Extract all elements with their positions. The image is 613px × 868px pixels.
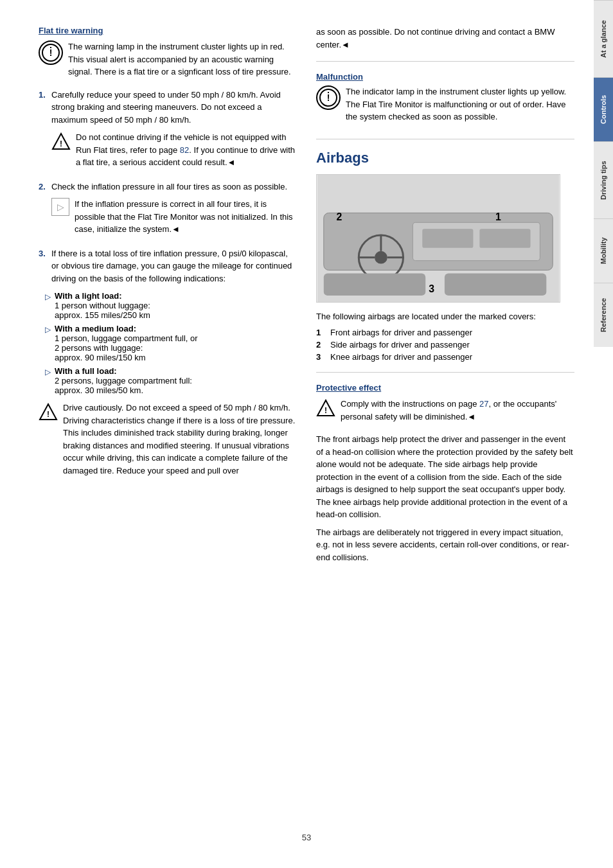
airbags-image: 1 2 3 (316, 174, 560, 303)
note-box-1: ▷ If the inflation pressure is correct i… (51, 198, 297, 241)
triangle-warning-icon-3: ! (316, 399, 335, 417)
left-column: Flat tire warning ! The warning lamp in … (39, 26, 297, 842)
bullet-arrow-3: ▷ (45, 368, 51, 376)
steps-list: 1. Carefully reduce your speed to under … (39, 89, 297, 285)
tab-reference[interactable]: Reference (594, 283, 613, 347)
note-text-1: If the inflation pressure is correct in … (75, 198, 297, 236)
step-3: 3. If there is a total loss of tire infl… (39, 247, 297, 285)
svg-rect-18 (422, 229, 473, 248)
bullet-medium-load: ▷ With a medium load: 1 person, luggage … (39, 324, 297, 362)
svg-text:!: ! (47, 410, 49, 419)
svg-rect-19 (479, 229, 530, 248)
bullet-medium-load-label: With a medium load: (55, 324, 136, 333)
svg-rect-21 (445, 273, 546, 296)
warning-text-1: Do not continue driving if the vehicle i… (76, 131, 297, 169)
tab-mobility[interactable]: Mobility (594, 218, 613, 283)
warning-box-1: ! Do not continue driving if the vehicle… (51, 131, 297, 174)
triangle-warning-icon-2: ! (39, 403, 58, 421)
flat-tire-icon-row: ! The warning lamp in the instrument clu… (39, 40, 297, 84)
triangle-warning-icon-1: ! (51, 132, 71, 150)
page-link-82[interactable]: 82 (180, 145, 189, 155)
protective-effect-para1: The front airbags help protect the drive… (316, 433, 574, 521)
tab-at-a-glance[interactable]: At a glance (594, 0, 613, 77)
bullet-arrow-2: ▷ (45, 325, 51, 334)
divider-1 (316, 61, 574, 62)
warning-box-2: ! Drive cautiously. Do not exceed a spee… (39, 402, 297, 482)
protective-effect-para2: The airbags are deliberately not trigger… (316, 526, 574, 564)
airbag-item-1: 1 Front airbags for driver and passenger (316, 328, 574, 337)
protective-warning-text: Comply with the instructions on page 27,… (341, 398, 574, 423)
airbag-item-2: 2 Side airbags for driver and passenger (316, 340, 574, 350)
malfunction-heading: Malfunction (316, 72, 574, 82)
warning-box-protective: ! Comply with the instructions on page 2… (316, 398, 574, 428)
note-arrow-icon: ▷ (51, 198, 69, 216)
svg-point-13 (375, 251, 387, 263)
svg-text:!: ! (327, 93, 330, 103)
svg-text:!: ! (60, 139, 62, 148)
continued-text: as soon as possible. Do not continue dri… (316, 26, 574, 51)
bullet-light-load-label: With a light load: (55, 291, 122, 301)
flat-tire-warning-heading: Flat tire warning (39, 26, 297, 35)
protective-effect-heading: Protective effect (316, 383, 574, 393)
page-number: 53 (302, 833, 311, 842)
svg-text:!: ! (324, 406, 327, 415)
tab-driving-tips[interactable]: Driving tips (594, 141, 613, 218)
svg-text:2: 2 (337, 211, 342, 222)
malfunction-text: The indicator lamp in the instrument clu… (346, 85, 574, 123)
airbags-heading: Airbags (316, 150, 574, 166)
svg-text:1: 1 (495, 211, 501, 222)
airbags-description: The following airbags are located under … (316, 310, 574, 323)
svg-text:3: 3 (429, 283, 434, 294)
airbag-list: 1 Front airbags for driver and passenger… (316, 328, 574, 362)
divider-3 (316, 372, 574, 373)
bullet-full-load-text: 2 persons, luggage compartment full:appr… (55, 376, 192, 395)
bullet-light-load: ▷ With a light load: 1 person without lu… (39, 291, 297, 320)
svg-text:!: ! (49, 48, 53, 58)
malfunction-icon-row: ! The indicator lamp in the instrument c… (316, 85, 574, 128)
bullet-light-load-text: 1 person without luggage:approx. 155 mil… (55, 301, 150, 320)
page-link-27[interactable]: 27 (479, 399, 488, 409)
right-column: as soon as possible. Do not continue dri… (316, 26, 574, 842)
flat-tire-warning-icon: ! (39, 40, 63, 65)
tab-controls[interactable]: Controls (594, 77, 613, 141)
bullet-medium-load-text: 1 person, luggage compartment full, or2 … (55, 333, 198, 362)
bullet-full-load-label: With a full load: (55, 366, 117, 376)
bullet-full-load: ▷ With a full load: 2 persons, luggage c… (39, 366, 297, 395)
warning-text-2: Drive cautiously. Do not exceed a speed … (63, 402, 297, 477)
airbag-item-3: 3 Knee airbags for driver and passenger (316, 352, 574, 362)
flat-tire-intro-text: The warning lamp in the instrument clust… (68, 40, 297, 78)
step-1: 1. Carefully reduce your speed to under … (39, 89, 297, 174)
svg-rect-20 (324, 273, 425, 296)
divider-2 (316, 139, 574, 139)
bullet-arrow-1: ▷ (45, 292, 51, 301)
main-content: Flat tire warning ! The warning lamp in … (0, 0, 594, 868)
step-2: 2. Check the inflation pressure in all f… (39, 181, 297, 241)
malfunction-warning-icon: ! (316, 85, 341, 110)
